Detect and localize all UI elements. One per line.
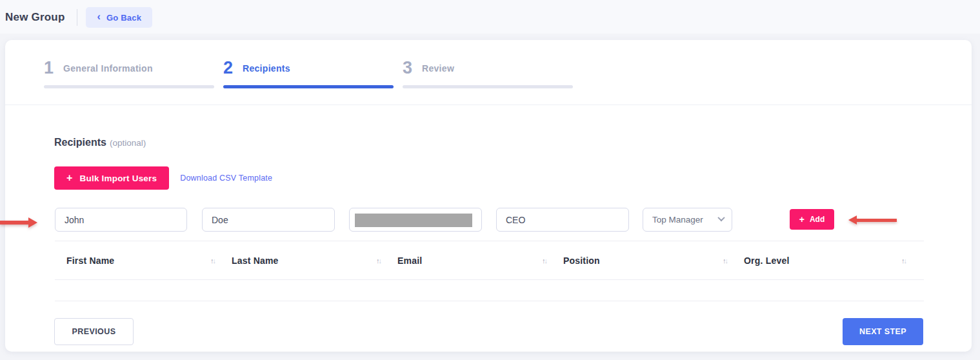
table-header-row: First Name ↑↓ Last Name ↑↓ Email ↑↓ Posi… [55, 241, 924, 280]
step-number: 3 [403, 59, 412, 77]
page-title: New Group [5, 11, 65, 24]
section-heading-note: (optional) [110, 138, 146, 148]
add-recipient-button[interactable]: + Add [790, 209, 834, 230]
redaction-block [355, 214, 472, 227]
bulk-import-users-button[interactable]: + Bulk Import Users [54, 166, 169, 190]
previous-button[interactable]: PREVIOUS [54, 318, 134, 345]
vertical-divider [77, 9, 77, 26]
sort-icon: ↑↓ [210, 257, 215, 265]
step-label: General Information [63, 63, 153, 74]
download-csv-template-link[interactable]: Download CSV Template [180, 174, 272, 183]
step-tab-recipients[interactable]: 2 Recipients [223, 59, 394, 88]
step-tab-general-information[interactable]: 1 General Information [44, 59, 214, 88]
section-heading: Recipients(optional) [54, 137, 146, 148]
recipient-form-row: Top Manager + Add [55, 208, 834, 232]
go-back-label: Go Back [106, 13, 141, 23]
first-name-input[interactable] [55, 208, 187, 232]
column-header-org-level[interactable]: Org. Level ↑↓ [744, 255, 923, 266]
step-progress-bar [403, 85, 573, 88]
red-arrow-right-icon [0, 217, 37, 228]
chevron-left-icon: ‹ [97, 12, 101, 22]
sort-icon: ↑↓ [723, 257, 727, 265]
bulk-import-label: Bulk Import Users [80, 174, 157, 183]
step-number: 2 [223, 59, 233, 77]
column-header-first-name[interactable]: First Name ↑↓ [66, 255, 232, 266]
step-label: Review [422, 63, 454, 74]
step-number: 1 [44, 59, 54, 77]
last-name-input[interactable] [202, 208, 335, 232]
position-input[interactable] [496, 208, 629, 232]
page-header: New Group ‹ Go Back [5, 6, 152, 28]
email-input[interactable] [349, 208, 482, 232]
wizard-steps: 1 General Information 2 Recipients 3 Rev… [44, 59, 573, 88]
step-tab-review[interactable]: 3 Review [403, 59, 573, 88]
go-back-button[interactable]: ‹ Go Back [86, 7, 152, 28]
add-button-label: Add [810, 215, 825, 224]
column-header-email[interactable]: Email ↑↓ [397, 255, 563, 266]
step-label: Recipients [243, 63, 290, 74]
org-level-selected-value: Top Manager [652, 215, 703, 225]
org-level-select[interactable]: Top Manager [643, 208, 732, 232]
step-progress-bar [44, 85, 214, 88]
column-header-last-name[interactable]: Last Name ↑↓ [232, 255, 397, 266]
bulk-import-row: + Bulk Import Users Download CSV Templat… [54, 166, 272, 190]
next-step-button[interactable]: NEXT STEP [843, 318, 923, 345]
red-arrow-left-icon [848, 215, 897, 225]
section-heading-text: Recipients [54, 137, 106, 148]
table-row-empty [55, 280, 924, 301]
sort-icon: ↑↓ [901, 257, 906, 265]
sort-icon: ↑↓ [542, 257, 546, 265]
plus-icon: + [799, 215, 805, 224]
recipients-table: First Name ↑↓ Last Name ↑↓ Email ↑↓ Posi… [55, 241, 924, 301]
chevron-down-icon [717, 214, 725, 221]
column-header-position[interactable]: Position ↑↓ [563, 255, 744, 266]
plus-icon: + [66, 173, 73, 183]
step-progress-bar [223, 85, 394, 88]
wizard-card: 1 General Information 2 Recipients 3 Rev… [5, 40, 972, 352]
sort-icon: ↑↓ [376, 257, 381, 265]
